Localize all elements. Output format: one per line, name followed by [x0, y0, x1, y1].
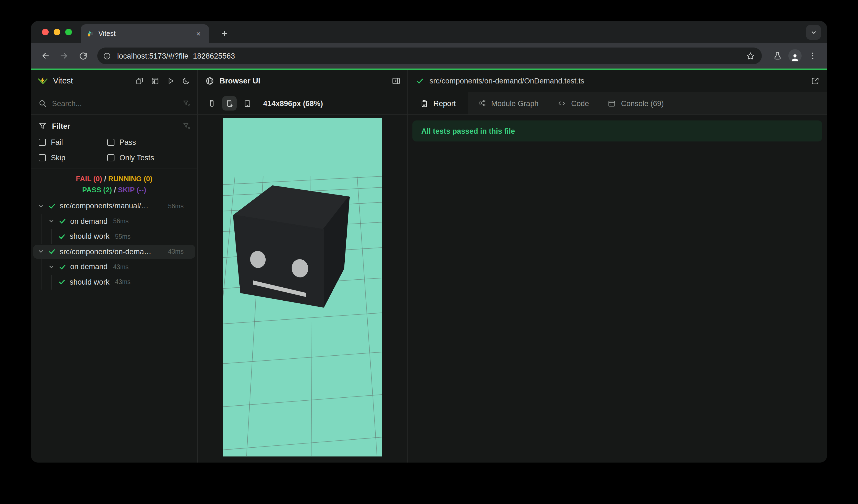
suite-label: on demand	[70, 263, 108, 271]
chevron-down-icon[interactable]	[37, 248, 44, 255]
tab-code[interactable]: Code	[548, 92, 599, 114]
tree-row-suite[interactable]: on demand 43ms	[31, 259, 197, 274]
vitest-logo-icon	[37, 76, 48, 86]
site-info-icon[interactable]	[101, 50, 113, 62]
pass-check-icon	[59, 217, 66, 225]
console-icon	[608, 99, 616, 108]
test-duration: 55ms	[115, 233, 130, 240]
browser-tab-vitest[interactable]: Vitest ×	[81, 24, 209, 43]
tab-close-icon[interactable]: ×	[193, 29, 204, 39]
pass-check-icon	[58, 233, 66, 240]
tab-report[interactable]: Report	[408, 92, 468, 114]
pass-check-icon	[59, 263, 66, 271]
vitest-app: Vitest	[31, 70, 827, 462]
sidebar-header: Vitest	[31, 70, 197, 92]
indent-guide	[51, 274, 52, 290]
chevron-down-icon[interactable]	[37, 203, 44, 209]
checkbox-skip[interactable]	[39, 154, 46, 161]
profile-avatar[interactable]	[788, 49, 801, 63]
indent-guide	[51, 229, 52, 244]
traffic-lights	[42, 29, 72, 35]
test-file-label: src/components/manual/…	[60, 202, 162, 210]
tab-label: Console (69)	[621, 99, 664, 108]
url-bar[interactable]: localhost:5173/#/?file=1828625563	[97, 48, 762, 64]
test-tree: src/components/manual/… 56ms on demand 5…	[31, 198, 197, 462]
running-count: RUNNING (0)	[108, 175, 152, 183]
test-file-label: src/components/on-dema…	[60, 248, 162, 256]
filter-label: Fail	[51, 138, 63, 146]
separator: /	[104, 175, 106, 183]
chevron-down-icon[interactable]	[48, 218, 55, 225]
back-button[interactable]	[37, 48, 53, 64]
test-label: should work	[70, 278, 109, 286]
tab-module-graph[interactable]: Module Graph	[468, 92, 548, 114]
url-text: localhost:5173/#/?file=1828625563	[117, 52, 740, 60]
checkbox-fail[interactable]	[39, 139, 46, 146]
clear-filters-icon[interactable]	[182, 122, 190, 130]
run-all-play-icon[interactable]	[166, 77, 175, 85]
filter-option-skip[interactable]: Skip	[39, 153, 107, 162]
test-duration: 56ms	[113, 218, 129, 225]
collapse-windows-icon[interactable]	[136, 77, 144, 85]
sidebar-actions	[136, 77, 190, 85]
test-label: should work	[70, 232, 109, 241]
funnel-icon	[39, 122, 46, 130]
browser-ui-header: Browser UI	[198, 70, 408, 92]
tree-row-test[interactable]: should work 43ms	[31, 274, 197, 290]
filter-option-only-tests[interactable]: Only Tests	[107, 153, 190, 162]
tested-page-viewport[interactable]	[223, 118, 382, 456]
filter-label: Pass	[120, 138, 136, 146]
search-icon	[39, 99, 46, 107]
device-stage	[198, 115, 408, 462]
summary-line-1: FAIL (0) / RUNNING (0)	[31, 174, 197, 184]
code-icon	[557, 99, 566, 108]
checkbox-only-tests[interactable]	[107, 154, 114, 161]
minimize-window-button[interactable]	[54, 29, 60, 35]
tree-row-file[interactable]: src/components/manual/… 56ms	[31, 198, 197, 214]
tab-console[interactable]: Console (69)	[599, 92, 673, 114]
device-tablet-icon[interactable]	[240, 96, 254, 111]
new-tab-button[interactable]: +	[217, 26, 232, 42]
chevron-down-icon	[810, 29, 817, 36]
browser-ui-panel: Browser UI 414x896px (68%)	[198, 70, 408, 462]
search-row	[31, 92, 197, 115]
device-phone-plus-icon[interactable]	[222, 96, 237, 111]
browser-toolbar: localhost:5173/#/?file=1828625563	[31, 43, 827, 68]
tab-label: Code	[571, 99, 589, 108]
robot-cube-scene	[223, 118, 382, 456]
menu-kebab-icon[interactable]	[805, 48, 821, 64]
open-panel-right-icon[interactable]	[392, 76, 401, 85]
checkbox-pass[interactable]	[107, 139, 114, 146]
filter-label: Only Tests	[120, 153, 154, 162]
filter-header: Filter	[39, 120, 190, 131]
report-tabs: Report Module Graph Code Console (69)	[408, 92, 827, 115]
reload-button[interactable]	[75, 48, 91, 64]
indent-guide	[41, 214, 42, 229]
indent-guide	[41, 259, 42, 274]
device-toolbar: 414x896px (68%)	[198, 92, 408, 115]
pass-check-icon	[48, 248, 56, 256]
experiments-flask-icon[interactable]	[769, 48, 785, 64]
tab-label: Module Graph	[491, 99, 538, 108]
forward-button[interactable]	[57, 48, 72, 64]
dark-mode-moon-icon[interactable]	[182, 77, 190, 85]
device-phone-small-icon[interactable]	[205, 96, 219, 111]
open-external-icon[interactable]	[810, 76, 820, 85]
zoom-window-button[interactable]	[65, 29, 72, 35]
summary-line-2: PASS (2) / SKIP (--)	[31, 184, 197, 195]
screenshot-stage: Vitest × +	[0, 0, 858, 504]
tree-row-suite[interactable]: on demand 56ms	[31, 214, 197, 229]
chevron-down-icon[interactable]	[48, 264, 55, 270]
clear-search-filter-icon[interactable]	[182, 99, 190, 107]
test-duration: 43ms	[115, 279, 130, 286]
tab-search-button[interactable]	[806, 25, 821, 40]
bookmark-star-icon[interactable]	[744, 50, 756, 62]
tree-row-file-selected[interactable]: src/components/on-dema… 43ms	[31, 244, 197, 259]
filter-option-fail[interactable]: Fail	[39, 138, 107, 146]
search-input[interactable]	[52, 99, 177, 108]
dashboard-icon[interactable]	[151, 77, 159, 85]
close-window-button[interactable]	[42, 29, 49, 35]
tree-row-test[interactable]: should work 55ms	[31, 229, 197, 244]
filter-label: Skip	[51, 153, 65, 162]
filter-option-pass[interactable]: Pass	[107, 138, 190, 146]
